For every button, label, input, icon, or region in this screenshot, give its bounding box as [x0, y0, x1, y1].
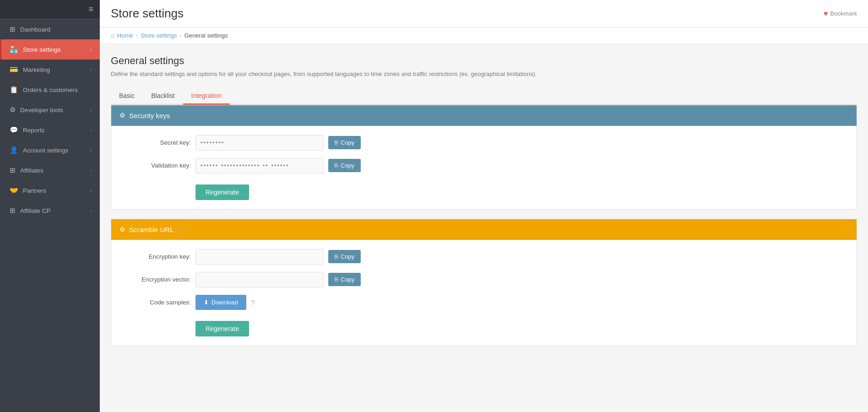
copy-label: Copy [341, 276, 354, 283]
encryption-vector-copy-button[interactable]: ⎘ Copy [328, 273, 361, 286]
scramble-url-panel: ⚙ Scramble URL ? Encryption key: ⎘ Copy … [111, 219, 857, 346]
marketing-icon: 💳 [10, 65, 18, 74]
bookmark-button[interactable]: ♥ Bookmark [824, 10, 857, 18]
sidebar-item-affiliates[interactable]: ⊞ Affiliates › [0, 160, 100, 180]
gear-icon: ⚙ [119, 112, 125, 119]
sidebar-item-developer-tools[interactable]: ⚙ Developer tools › [0, 100, 100, 120]
sidebar-item-account-settings[interactable]: 👤 Account settings › [0, 140, 100, 160]
sidebar-item-label: Partners [23, 187, 90, 194]
copy-label: Copy [341, 253, 354, 260]
security-keys-body: Secret key: ⎘ Copy Validation key: ⎘ Cop… [111, 126, 857, 209]
validation-key-row: Validation key: ⎘ Copy [122, 158, 846, 173]
breadcrumb-current: General settings [184, 32, 228, 39]
secret-key-input[interactable] [195, 135, 324, 151]
developer-icon: ⚙ [10, 106, 16, 114]
sidebar-item-label: Account settings [23, 147, 90, 154]
scramble-url-title: Scramble URL [129, 226, 174, 233]
security-keys-header: ⚙ Security keys [111, 105, 857, 126]
breadcrumb-store-settings[interactable]: Store settings [141, 32, 177, 39]
encryption-vector-label: Encryption vector: [122, 276, 191, 283]
sidebar-item-dashboard[interactable]: ⊞ Dashboard [0, 19, 100, 39]
sidebar-item-store-settings[interactable]: 🏪 Store settings ‹ [0, 39, 100, 60]
section-title: General settings [111, 55, 857, 67]
breadcrumb: ⌂ Home › Store settings › General settin… [100, 27, 868, 44]
encryption-vector-input[interactable] [195, 272, 324, 287]
copy-icon: ⎘ [335, 276, 338, 283]
page-title: Store settings [111, 6, 184, 21]
secret-key-copy-button[interactable]: ⎘ Copy [328, 136, 361, 149]
sidebar-item-label: Affiliate CP [20, 207, 90, 214]
validation-key-input[interactable] [195, 158, 324, 173]
affiliate-cp-icon: ⊞ [10, 206, 16, 215]
code-samples-label: Code samples: [122, 299, 191, 306]
download-label: Download [212, 299, 238, 306]
bookmark-label: Bookmark [830, 10, 857, 17]
section-description: Define the standard settings and options… [111, 70, 857, 79]
encryption-key-copy-button[interactable]: ⎘ Copy [328, 250, 361, 263]
download-icon: ⬇ [204, 299, 209, 306]
validation-key-copy-button[interactable]: ⎘ Copy [328, 159, 361, 172]
breadcrumb-home[interactable]: Home [117, 32, 133, 39]
main-content: Store settings ♥ Bookmark ⌂ Home › Store… [100, 0, 868, 412]
sidebar-item-label: Affiliates [20, 167, 90, 174]
chevron-left-icon: ‹ [90, 47, 92, 52]
encryption-vector-row: Encryption vector: ⎘ Copy [122, 272, 846, 287]
chevron-right-icon: › [90, 67, 92, 72]
tab-integration[interactable]: Integration [183, 88, 230, 105]
encryption-key-row: Encryption key: ⎘ Copy [122, 249, 846, 265]
secret-key-row: Secret key: ⎘ Copy [122, 135, 846, 151]
sidebar-item-label: Developer tools [20, 107, 90, 114]
encryption-key-input[interactable] [195, 249, 324, 265]
sidebar: ≡ ⊞ Dashboard 🏪 Store settings ‹ 💳 Marke… [0, 0, 100, 412]
encryption-key-label: Encryption key: [122, 253, 191, 260]
sidebar-header: ≡ [0, 0, 100, 19]
chevron-right-icon: › [90, 188, 92, 193]
account-icon: 👤 [10, 146, 18, 154]
breadcrumb-sep-2: › [179, 32, 181, 39]
store-icon: 🏪 [10, 45, 18, 54]
affiliates-icon: ⊞ [10, 166, 16, 174]
copy-icon: ⎘ [335, 253, 338, 260]
tab-blacklist[interactable]: Blacklist [143, 88, 183, 105]
security-keys-title: Security keys [129, 112, 170, 119]
reports-icon: 💬 [10, 126, 18, 134]
code-samples-help-icon[interactable]: ? [251, 298, 255, 306]
tab-basic[interactable]: Basic [111, 88, 143, 105]
sidebar-item-label: Marketing [23, 66, 90, 73]
sidebar-item-marketing[interactable]: 💳 Marketing › [0, 60, 100, 80]
chevron-right-icon: › [90, 127, 92, 133]
chevron-right-icon: › [90, 147, 92, 153]
scramble-url-body: Encryption key: ⎘ Copy Encryption vector… [111, 240, 857, 346]
hamburger-icon[interactable]: ≡ [88, 5, 93, 14]
chevron-right-icon: › [90, 168, 92, 173]
content-area: General settings Define the standard set… [100, 44, 868, 412]
secret-key-label: Secret key: [122, 139, 191, 146]
partners-icon: 🤝 [10, 186, 18, 195]
scramble-url-header: ⚙ Scramble URL ? [111, 219, 857, 240]
chevron-right-icon: › [90, 107, 92, 113]
chevron-right-icon: › [90, 208, 92, 213]
sidebar-item-reports[interactable]: 💬 Reports › [0, 120, 100, 140]
dashboard-icon: ⊞ [10, 25, 16, 33]
validation-key-label: Validation key: [122, 162, 191, 169]
scramble-regenerate-button[interactable]: Regenerate [195, 321, 249, 336]
home-icon: ⌂ [111, 32, 114, 39]
help-icon[interactable]: ? [178, 226, 181, 233]
code-samples-row: Code samples: ⬇ Download ? [122, 295, 846, 310]
security-regenerate-button[interactable]: Regenerate [195, 184, 249, 200]
security-keys-panel: ⚙ Security keys Secret key: ⎘ Copy Valid… [111, 105, 857, 210]
sidebar-item-label: Dashboard [20, 26, 92, 33]
topbar: Store settings ♥ Bookmark [100, 0, 868, 27]
sidebar-item-partners[interactable]: 🤝 Partners › [0, 180, 100, 201]
breadcrumb-sep-1: › [136, 32, 138, 39]
sidebar-item-affiliate-cp[interactable]: ⊞ Affiliate CP › [0, 201, 100, 221]
copy-label: Copy [341, 139, 354, 146]
gear-icon-orange: ⚙ [119, 226, 125, 233]
sidebar-item-label: Reports [23, 127, 90, 134]
heart-icon: ♥ [824, 10, 828, 18]
download-button[interactable]: ⬇ Download [195, 295, 246, 310]
copy-icon: ⎘ [335, 162, 338, 169]
tabs: Basic Blacklist Integration [111, 88, 857, 105]
sidebar-item-orders-customers[interactable]: 📋 Orders & customers [0, 80, 100, 100]
sidebar-item-label: Orders & customers [23, 87, 92, 93]
